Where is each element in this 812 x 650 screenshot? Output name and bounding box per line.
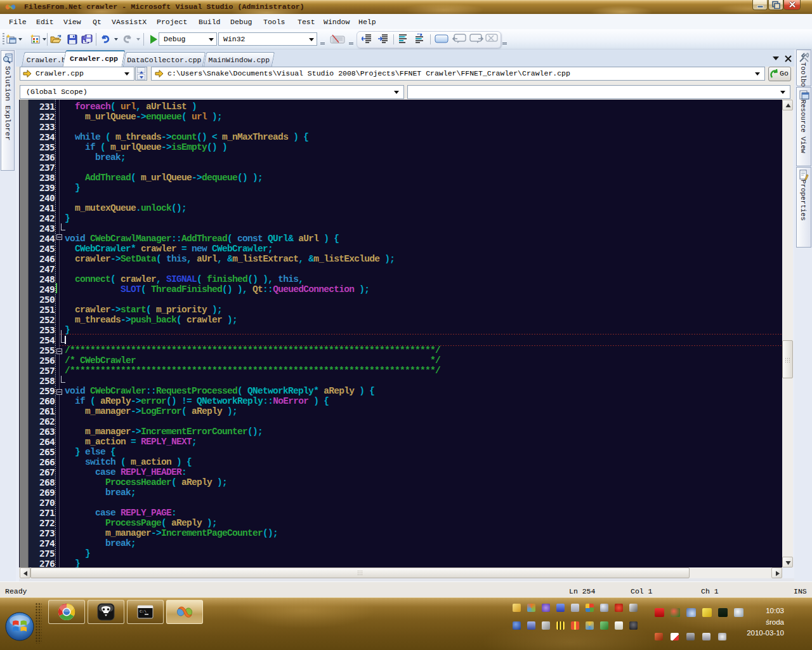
svg-text:C:\: C:\ — [140, 609, 147, 614]
